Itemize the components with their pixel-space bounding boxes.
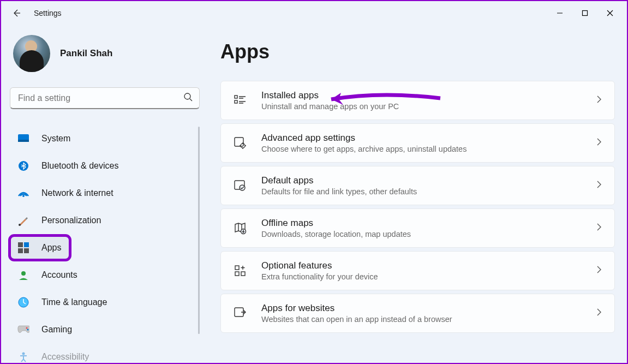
sidebar-item-label: Personalization bbox=[41, 216, 101, 225]
chevron-right-icon bbox=[596, 95, 602, 106]
svg-rect-10 bbox=[24, 248, 29, 253]
card-subtitle: Extra functionality for your device bbox=[261, 272, 582, 281]
card-installed-apps[interactable]: Installed apps Uninstall and manage apps… bbox=[220, 81, 615, 120]
window-controls bbox=[547, 4, 623, 22]
svg-rect-24 bbox=[235, 266, 239, 270]
svg-point-6 bbox=[19, 224, 21, 226]
sidebar-item-accessibility[interactable]: Accessibility bbox=[10, 345, 200, 364]
sidebar-item-label: Network & internet bbox=[41, 188, 113, 198]
sidebar-item-label: Time & language bbox=[41, 297, 107, 307]
search-input[interactable] bbox=[10, 87, 200, 109]
card-subtitle: Defaults for file and link types, other … bbox=[261, 187, 582, 196]
sidebar-item-bluetooth[interactable]: Bluetooth & devices bbox=[10, 154, 200, 178]
svg-rect-18 bbox=[235, 100, 237, 103]
maximize-button[interactable] bbox=[572, 4, 597, 22]
svg-rect-0 bbox=[583, 11, 588, 16]
time-icon bbox=[17, 296, 29, 308]
svg-rect-19 bbox=[235, 138, 243, 146]
sidebar-nav: System Bluetooth & devices Network & int… bbox=[10, 127, 200, 364]
card-title: Apps for websites bbox=[261, 303, 582, 314]
chevron-right-icon bbox=[596, 138, 602, 148]
accounts-icon bbox=[17, 269, 29, 281]
sidebar-item-label: Apps bbox=[41, 243, 61, 253]
sidebar-item-label: Accessibility bbox=[41, 352, 89, 362]
svg-point-1 bbox=[184, 93, 190, 99]
apps-for-websites-icon bbox=[233, 306, 247, 320]
sidebar-item-label: System bbox=[41, 134, 70, 144]
scrollbar[interactable] bbox=[198, 127, 200, 334]
svg-rect-25 bbox=[235, 272, 239, 276]
app-title: Settings bbox=[34, 9, 62, 17]
sidebar-item-apps[interactable]: Apps bbox=[10, 236, 70, 260]
minimize-icon bbox=[557, 10, 563, 16]
svg-point-5 bbox=[22, 195, 25, 197]
system-icon bbox=[17, 133, 29, 145]
titlebar: Settings bbox=[1, 1, 627, 25]
installed-apps-icon bbox=[233, 93, 247, 108]
card-title: Offline maps bbox=[261, 218, 582, 229]
chevron-right-icon bbox=[596, 265, 602, 276]
back-button[interactable] bbox=[5, 2, 27, 24]
bluetooth-icon bbox=[17, 160, 29, 172]
card-apps-for-websites[interactable]: Apps for websites Websites that can open… bbox=[220, 294, 615, 333]
user-name: Pankil Shah bbox=[60, 48, 112, 59]
card-title: Advanced app settings bbox=[261, 133, 582, 144]
default-apps-icon bbox=[233, 178, 247, 193]
card-default-apps[interactable]: Default apps Defaults for file and link … bbox=[220, 166, 615, 205]
chevron-right-icon bbox=[596, 180, 602, 191]
chevron-right-icon bbox=[596, 308, 602, 319]
network-icon bbox=[17, 187, 29, 199]
sidebar-item-system[interactable]: System bbox=[10, 127, 200, 151]
search-box bbox=[10, 87, 200, 109]
svg-rect-17 bbox=[235, 96, 237, 98]
back-arrow-icon bbox=[11, 8, 21, 18]
card-optional-features[interactable]: Optional features Extra functionality fo… bbox=[220, 251, 615, 290]
optional-features-icon bbox=[233, 264, 247, 278]
main-content: Apps Installed apps Uninstall and manage… bbox=[208, 25, 627, 363]
svg-point-22 bbox=[240, 185, 245, 190]
svg-rect-3 bbox=[18, 140, 29, 142]
card-subtitle: Downloads, storage location, map updates bbox=[261, 230, 582, 238]
svg-rect-9 bbox=[18, 248, 23, 253]
card-subtitle: Uninstall and manage apps on your PC bbox=[261, 102, 582, 111]
sidebar-item-label: Accounts bbox=[41, 270, 77, 280]
card-title: Default apps bbox=[261, 175, 582, 186]
card-advanced-app-settings[interactable]: Advanced app settings Choose where to ge… bbox=[220, 123, 615, 163]
sidebar-item-time[interactable]: Time & language bbox=[10, 290, 200, 314]
sidebar: Pankil Shah System Bluetooth & devices bbox=[1, 25, 208, 363]
svg-point-16 bbox=[22, 353, 25, 355]
close-icon bbox=[607, 10, 613, 16]
minimize-button[interactable] bbox=[547, 4, 572, 22]
sidebar-item-accounts[interactable]: Accounts bbox=[10, 263, 200, 287]
card-subtitle: Choose where to get apps, archive apps, … bbox=[261, 145, 582, 153]
sidebar-item-label: Gaming bbox=[41, 325, 72, 335]
svg-point-11 bbox=[21, 271, 26, 276]
sidebar-item-personalization[interactable]: Personalization bbox=[10, 208, 200, 232]
card-title: Optional features bbox=[261, 260, 582, 271]
svg-point-14 bbox=[26, 327, 28, 329]
sidebar-item-network[interactable]: Network & internet bbox=[10, 181, 200, 205]
svg-rect-7 bbox=[18, 242, 23, 247]
search-icon bbox=[183, 92, 193, 104]
accessibility-icon bbox=[17, 351, 29, 363]
apps-icon bbox=[17, 242, 29, 254]
svg-rect-8 bbox=[24, 242, 29, 247]
card-title: Installed apps bbox=[261, 90, 582, 101]
svg-point-15 bbox=[27, 329, 29, 331]
card-subtitle: Websites that can open in an app instead… bbox=[261, 315, 582, 324]
sidebar-item-gaming[interactable]: Gaming bbox=[10, 318, 200, 342]
svg-rect-26 bbox=[241, 272, 245, 276]
chevron-right-icon bbox=[596, 223, 602, 234]
personalization-icon bbox=[17, 214, 29, 226]
gaming-icon bbox=[17, 324, 29, 336]
maximize-icon bbox=[582, 10, 588, 16]
card-offline-maps[interactable]: Offline maps Downloads, storage location… bbox=[220, 208, 615, 248]
close-button[interactable] bbox=[597, 4, 623, 22]
advanced-settings-icon bbox=[233, 136, 247, 150]
page-title: Apps bbox=[220, 40, 615, 63]
sidebar-item-label: Bluetooth & devices bbox=[41, 161, 118, 171]
user-profile[interactable]: Pankil Shah bbox=[10, 35, 200, 72]
offline-maps-icon bbox=[233, 221, 247, 235]
avatar bbox=[13, 35, 50, 72]
